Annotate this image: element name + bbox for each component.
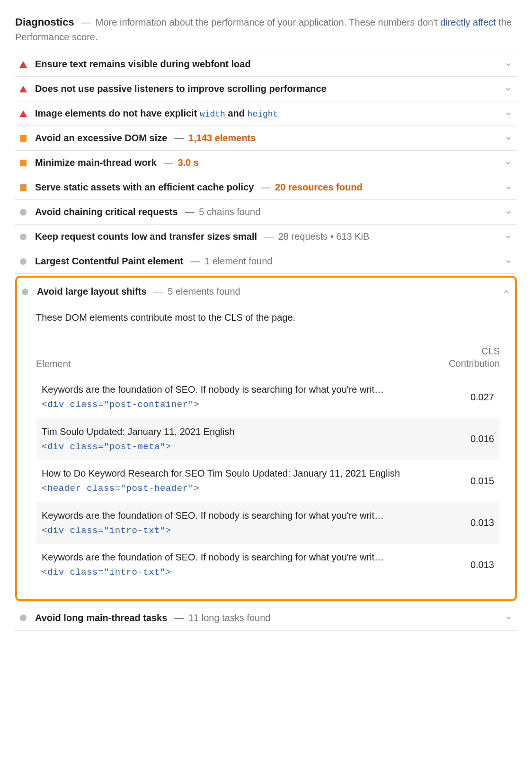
cls-table: Element CLS Contribution Keywords are th… bbox=[36, 342, 500, 586]
table-row: How to Do Keyword Research for SEO Tim S… bbox=[36, 460, 500, 502]
chevron-down-icon[interactable] bbox=[503, 159, 514, 167]
audit-row[interactable]: Serve static assets with an efficient ca… bbox=[15, 175, 517, 200]
element-text: Keywords are the foundation of SEO. If n… bbox=[42, 509, 442, 523]
warning-triangle-icon bbox=[18, 86, 28, 92]
audit-row[interactable]: Avoid an excessive DOM size — 1,143 elem… bbox=[15, 126, 517, 151]
chevron-down-icon[interactable] bbox=[503, 233, 514, 241]
element-cell: Tim Soulo Updated: January 11, 2021 Engl… bbox=[42, 425, 452, 454]
info-icon bbox=[18, 209, 28, 216]
cls-value: 0.013 bbox=[452, 559, 494, 570]
audit-expanded-body: These DOM elements contribute most to th… bbox=[17, 304, 515, 599]
audit-detail: 28 requests • 613 KiB bbox=[278, 231, 370, 242]
audit-row[interactable]: Minimize main-thread work — 3.0 s bbox=[15, 151, 517, 175]
chevron-down-icon[interactable] bbox=[503, 258, 514, 265]
element-selector: <div class="intro-txt"> bbox=[42, 524, 442, 538]
audit-title: Avoid chaining critical requests bbox=[35, 207, 178, 217]
element-text: How to Do Keyword Research for SEO Tim S… bbox=[42, 467, 442, 480]
warning-square-icon bbox=[18, 160, 28, 166]
warning-square-icon bbox=[18, 184, 28, 191]
audit-list: Ensure text remains visible during webfo… bbox=[15, 52, 517, 274]
audit-detail: 3.0 s bbox=[177, 157, 198, 168]
element-selector: <div class="post-meta"> bbox=[42, 441, 442, 454]
warning-triangle-icon bbox=[18, 61, 28, 68]
audit-detail: 1 element found bbox=[204, 256, 272, 267]
audit-title: Avoid an excessive DOM size bbox=[35, 133, 167, 144]
audit-title: Largest Contentful Paint element bbox=[35, 256, 183, 267]
audit-row[interactable]: Avoid chaining critical requests — 5 cha… bbox=[15, 200, 517, 225]
cls-table-header: Element CLS Contribution bbox=[36, 342, 500, 376]
chevron-down-icon[interactable] bbox=[503, 184, 514, 191]
audit-detail: 20 resources found bbox=[275, 182, 363, 193]
audit-row[interactable]: Largest Contentful Paint element — 1 ele… bbox=[15, 249, 517, 274]
audit-row-avoid-long-main-thread-tasks[interactable]: Avoid long main-thread tasks — 11 long t… bbox=[15, 606, 517, 631]
audit-title: Does not use passive listeners to improv… bbox=[35, 83, 327, 94]
audit-row[interactable]: Ensure text remains visible during webfo… bbox=[15, 52, 517, 77]
diagnostics-header: Diagnostics — More information about the… bbox=[15, 11, 517, 52]
table-row: Tim Soulo Updated: January 11, 2021 Engl… bbox=[36, 418, 500, 460]
audit-description: These DOM elements contribute most to th… bbox=[36, 312, 500, 323]
cls-value: 0.027 bbox=[452, 392, 494, 403]
cls-value: 0.016 bbox=[452, 433, 494, 444]
element-text: Keywords are the foundation of SEO. If n… bbox=[42, 383, 442, 397]
column-element: Element bbox=[36, 359, 438, 370]
chevron-down-icon[interactable] bbox=[503, 614, 514, 622]
highlighted-audit: Avoid large layout shifts — 5 elements f… bbox=[15, 276, 517, 601]
audit-detail: 5 chains found bbox=[199, 207, 260, 217]
warning-triangle-icon bbox=[18, 110, 28, 117]
info-icon bbox=[18, 614, 28, 621]
info-icon bbox=[20, 289, 30, 295]
audit-title: Image elements do not have explicit widt… bbox=[35, 108, 278, 119]
audit-title: Ensure text remains visible during webfo… bbox=[35, 59, 251, 70]
cls-value: 0.013 bbox=[452, 517, 494, 528]
chevron-down-icon[interactable] bbox=[503, 135, 514, 142]
chevron-down-icon[interactable] bbox=[503, 208, 514, 216]
audit-row[interactable]: Image elements do not have explicit widt… bbox=[15, 101, 517, 126]
element-selector: <header class="post-header"> bbox=[42, 482, 442, 496]
audit-detail: 11 long tasks found bbox=[188, 613, 270, 623]
audit-row-avoid-large-layout-shifts[interactable]: Avoid large layout shifts — 5 elements f… bbox=[17, 278, 515, 304]
element-cell: How to Do Keyword Research for SEO Tim S… bbox=[42, 467, 452, 496]
table-row: Keywords are the foundation of SEO. If n… bbox=[36, 376, 500, 418]
info-icon bbox=[18, 234, 28, 240]
audit-title: Avoid large layout shifts bbox=[37, 286, 147, 297]
table-row: Keywords are the foundation of SEO. If n… bbox=[36, 502, 500, 544]
diagnostics-description: — More information about the performance… bbox=[15, 17, 512, 42]
element-cell: Keywords are the foundation of SEO. If n… bbox=[42, 383, 452, 412]
element-selector: <div class="post-container"> bbox=[42, 398, 442, 412]
element-text: Tim Soulo Updated: January 11, 2021 Engl… bbox=[42, 425, 442, 439]
cls-value: 0.015 bbox=[452, 476, 494, 487]
audit-title: Serve static assets with an efficient ca… bbox=[35, 182, 254, 193]
element-text: Keywords are the foundation of SEO. If n… bbox=[42, 550, 442, 564]
table-row: Keywords are the foundation of SEO. If n… bbox=[36, 544, 500, 586]
chevron-down-icon[interactable] bbox=[503, 61, 514, 68]
warning-square-icon bbox=[18, 135, 28, 142]
audit-detail: 5 elements found bbox=[168, 286, 240, 297]
audit-detail: 1,143 elements bbox=[188, 133, 256, 144]
audit-row[interactable]: Keep request counts low and transfer siz… bbox=[15, 225, 517, 249]
column-cls-contribution: CLS Contribution bbox=[438, 345, 500, 370]
info-icon bbox=[18, 258, 28, 265]
diagnostics-title: Diagnostics bbox=[15, 16, 77, 28]
audit-title: Minimize main-thread work bbox=[35, 157, 157, 168]
audit-title: Avoid long main-thread tasks bbox=[35, 613, 167, 623]
directly-affect-link[interactable]: directly affect bbox=[440, 17, 496, 27]
element-cell: Keywords are the foundation of SEO. If n… bbox=[42, 509, 452, 538]
chevron-down-icon[interactable] bbox=[503, 85, 514, 93]
chevron-up-icon[interactable] bbox=[501, 288, 512, 296]
element-cell: Keywords are the foundation of SEO. If n… bbox=[42, 550, 452, 579]
chevron-down-icon[interactable] bbox=[503, 110, 514, 117]
audit-row[interactable]: Does not use passive listeners to improv… bbox=[15, 77, 517, 101]
element-selector: <div class="intro-txt"> bbox=[42, 566, 442, 579]
audit-title: Keep request counts low and transfer siz… bbox=[35, 231, 257, 242]
